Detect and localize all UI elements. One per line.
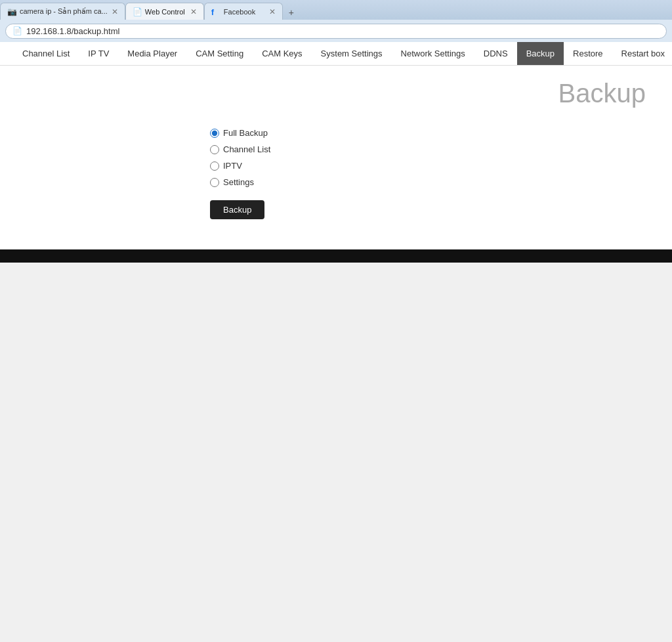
browser-chrome: 📷 camera ip - Sản phẩm ca... ✕ 📄 Web Con… xyxy=(0,0,672,42)
camera-tab-title: camera ip - Sản phẩm ca... xyxy=(20,7,108,16)
radio-iptv-label: IPTV xyxy=(223,161,242,171)
nav-cam-keys[interactable]: CAM Keys xyxy=(253,42,311,65)
camera-tab-favicon: 📷 xyxy=(7,7,16,16)
nav-cam-setting[interactable]: CAM Setting xyxy=(186,42,253,65)
radio-iptv[interactable]: IPTV xyxy=(210,161,242,171)
radio-settings-input[interactable] xyxy=(210,178,219,187)
webcontrol-tab-favicon: 📄 xyxy=(133,7,142,16)
radio-settings-label: Settings xyxy=(223,177,254,187)
nav-restart-box[interactable]: Restart box xyxy=(612,42,672,65)
address-text: 192.168.1.8/backup.html xyxy=(26,26,119,36)
footer-bar xyxy=(0,249,672,263)
webcontrol-tab-close[interactable]: ✕ xyxy=(190,7,197,16)
webcontrol-tab-title: Web Control xyxy=(145,8,186,16)
nav-network-settings[interactable]: Network Settings xyxy=(392,42,474,65)
tab-bar: 📷 camera ip - Sản phẩm ca... ✕ 📄 Web Con… xyxy=(0,0,672,20)
tab-facebook[interactable]: f Facebook ✕ xyxy=(204,3,283,20)
nav-ddns[interactable]: DDNS xyxy=(474,42,517,65)
address-bar[interactable]: 📄 192.168.1.8/backup.html xyxy=(5,24,667,39)
main-area: Backup Full Backup Channel List IPTV Set… xyxy=(0,66,672,249)
radio-channel-list[interactable]: Channel List xyxy=(210,144,270,154)
radio-full-backup-input[interactable] xyxy=(210,129,219,138)
nav-system-settings[interactable]: System Settings xyxy=(312,42,392,65)
nav-iptv[interactable]: IP TV xyxy=(79,42,118,65)
tab-camera[interactable]: 📷 camera ip - Sản phẩm ca... ✕ xyxy=(0,3,125,20)
nav-restore[interactable]: Restore xyxy=(564,42,612,65)
page-title: Backup xyxy=(13,79,659,108)
facebook-tab-close[interactable]: ✕ xyxy=(269,7,276,16)
backup-button[interactable]: Backup xyxy=(210,200,264,219)
radio-channel-list-label: Channel List xyxy=(223,144,270,154)
radio-iptv-input[interactable] xyxy=(210,161,219,171)
camera-tab-close[interactable]: ✕ xyxy=(112,7,118,16)
nav-channel-list[interactable]: Channel List xyxy=(13,42,79,65)
new-tab-button[interactable]: + xyxy=(284,5,299,20)
nav-media-player[interactable]: Media Player xyxy=(118,42,186,65)
radio-full-backup[interactable]: Full Backup xyxy=(210,128,268,138)
page-content: Channel List IP TV Media Player CAM Sett… xyxy=(0,42,672,263)
page-icon: 📄 xyxy=(12,26,22,35)
radio-full-backup-label: Full Backup xyxy=(223,128,268,138)
address-bar-row: 📄 192.168.1.8/backup.html xyxy=(0,20,672,42)
nav-backup[interactable]: Backup xyxy=(517,42,564,65)
tab-webcontrol[interactable]: 📄 Web Control ✕ xyxy=(125,3,204,20)
radio-settings[interactable]: Settings xyxy=(210,177,254,187)
facebook-tab-title: Facebook xyxy=(224,8,265,16)
backup-form: Full Backup Channel List IPTV Settings B… xyxy=(13,128,659,219)
facebook-tab-favicon: f xyxy=(211,7,220,16)
radio-channel-list-input[interactable] xyxy=(210,145,219,154)
nav-container: Channel List IP TV Media Player CAM Sett… xyxy=(0,42,672,66)
nav-menu: Channel List IP TV Media Player CAM Sett… xyxy=(0,42,672,65)
